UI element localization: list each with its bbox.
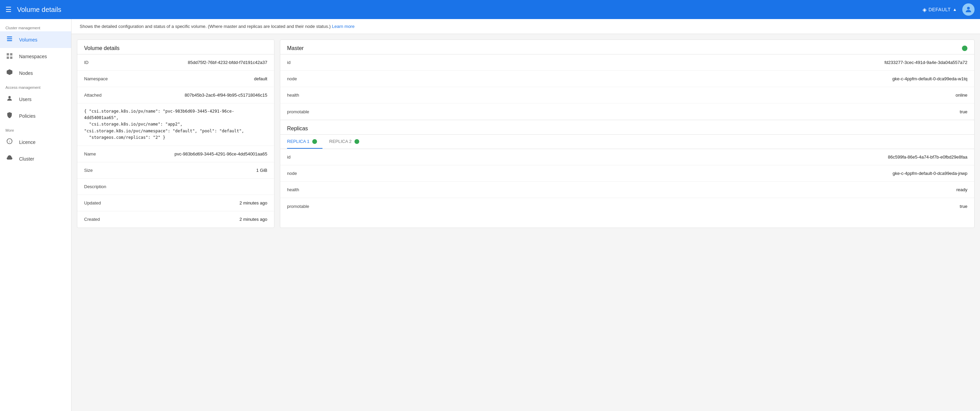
replica-id-label: id bbox=[287, 154, 335, 160]
replica-id-value: 86c599fa-86e5-4a74-bf7b-e0fbd29e8faa bbox=[335, 154, 967, 160]
sidebar-item-cluster[interactable]: Cluster bbox=[0, 151, 71, 167]
master-promotable-value: true bbox=[335, 109, 967, 114]
master-health-value: online bbox=[335, 92, 967, 98]
namespaces-icon bbox=[5, 52, 14, 60]
sidebar-item-namespaces-label: Namespaces bbox=[19, 54, 47, 59]
main-layout: Cluster management Volumes Namespaces No… bbox=[0, 19, 980, 411]
content-area: Shows the detailed configuration and sta… bbox=[72, 19, 980, 411]
sidebar-item-licence-label: Licence bbox=[19, 140, 35, 145]
volume-details-header: Volume details bbox=[77, 40, 274, 54]
master-promotable-label: promotable bbox=[287, 109, 335, 114]
env-label: DEFAULT bbox=[929, 7, 951, 12]
master-node-row: node gke-c-4ppfm-default-0-dca99eda-w1tq bbox=[280, 71, 974, 87]
users-icon bbox=[5, 95, 14, 103]
replica-health-row: health ready bbox=[280, 182, 974, 198]
environment-selector[interactable]: ◈ DEFAULT ▲ bbox=[923, 6, 957, 13]
replica-node-label: node bbox=[287, 171, 335, 176]
volume-attached-row: Attached 807b45b3-2ac6-4f94-9b95-c517180… bbox=[77, 87, 274, 103]
volume-namespace-row: Namespace default bbox=[77, 71, 274, 87]
licence-icon: i bbox=[5, 138, 14, 146]
replica-tabs: REPLICA 1 REPLICA 2 bbox=[280, 135, 974, 149]
replica-tab-1[interactable]: REPLICA 1 bbox=[287, 135, 323, 149]
volume-created-row: Created 2 minutes ago bbox=[77, 211, 274, 228]
sidebar: Cluster management Volumes Namespaces No… bbox=[0, 19, 72, 411]
replicas-title: Replicas bbox=[287, 125, 308, 131]
svg-marker-4 bbox=[7, 70, 13, 75]
volume-json-content: { "csi.storage.k8s.io/pv/name": "pvc-983… bbox=[84, 108, 267, 141]
replica-node-value: gke-c-4ppfm-default-0-dca99eda-jnwp bbox=[335, 171, 967, 176]
replica-node-row: node gke-c-4ppfm-default-0-dca99eda-jnwp bbox=[280, 165, 974, 182]
sidebar-item-nodes-label: Nodes bbox=[19, 70, 33, 76]
svg-rect-1 bbox=[7, 36, 12, 37]
replicas-section: Replicas REPLICA 1 REPLICA 2 id bbox=[280, 120, 974, 214]
cluster-management-label: Cluster management bbox=[0, 22, 71, 31]
replica-promotable-label: promotable bbox=[287, 204, 335, 209]
sidebar-item-nodes[interactable]: Nodes bbox=[0, 65, 71, 81]
access-management-label: Access management bbox=[0, 81, 71, 91]
avatar[interactable] bbox=[962, 3, 975, 16]
volume-updated-value: 2 minutes ago bbox=[132, 200, 267, 205]
master-node-value: gke-c-4ppfm-default-0-dca99eda-w1tq bbox=[335, 76, 967, 81]
master-title: Master bbox=[287, 45, 304, 51]
svg-text:i: i bbox=[9, 140, 10, 143]
master-header: Master bbox=[280, 40, 974, 54]
volume-id-value: 85dd75f2-76bf-4232-bfdd-f7d191c42a37 bbox=[132, 60, 267, 65]
env-diamond-icon: ◈ bbox=[923, 6, 926, 13]
chevron-up-icon: ▲ bbox=[953, 7, 957, 12]
replicas-header: Replicas bbox=[280, 120, 974, 135]
volume-description-label: Description bbox=[84, 184, 132, 189]
volume-attached-label: Attached bbox=[84, 92, 132, 98]
master-promotable-row: promotable true bbox=[280, 103, 974, 120]
volume-size-label: Size bbox=[84, 168, 132, 173]
volume-json-row: { "csi.storage.k8s.io/pv/name": "pvc-983… bbox=[77, 103, 274, 146]
volume-created-value: 2 minutes ago bbox=[132, 217, 267, 222]
sidebar-item-volumes-label: Volumes bbox=[19, 37, 37, 43]
replica-tab-2[interactable]: REPLICA 2 bbox=[329, 135, 365, 149]
page-title: Volume details bbox=[17, 6, 917, 14]
volume-updated-label: Updated bbox=[84, 200, 132, 205]
svg-rect-3 bbox=[7, 40, 12, 41]
master-id-row: id fd233277-3cec-491d-9a4e-3da04a557a72 bbox=[280, 54, 974, 71]
description-bar: Shows the detailed configuration and sta… bbox=[72, 19, 980, 34]
learn-more-link[interactable]: Learn more bbox=[332, 24, 355, 29]
sidebar-item-volumes[interactable]: Volumes bbox=[0, 31, 71, 48]
volume-description-row: Description bbox=[77, 179, 274, 195]
volume-created-label: Created bbox=[84, 217, 132, 222]
volume-name-row: Name pvc-983b6d69-3445-4291-96ce-4dd5400… bbox=[77, 146, 274, 162]
volume-name-label: Name bbox=[84, 151, 132, 157]
master-replicas-card: Master id fd233277-3cec-491d-9a4e-3da04a… bbox=[280, 40, 975, 228]
volume-attached-value: 807b45b3-2ac6-4f94-9b95-c51718046c15 bbox=[132, 92, 267, 98]
svg-point-6 bbox=[9, 114, 10, 115]
policies-icon bbox=[5, 112, 14, 120]
cluster-icon bbox=[5, 154, 14, 163]
svg-point-0 bbox=[967, 7, 970, 10]
master-id-value: fd233277-3cec-491d-9a4e-3da04a557a72 bbox=[335, 60, 967, 65]
volume-size-value: 1 GiB bbox=[132, 168, 267, 173]
volumes-icon bbox=[5, 35, 14, 44]
volume-details-title: Volume details bbox=[84, 45, 119, 51]
sidebar-item-cluster-label: Cluster bbox=[19, 156, 34, 162]
replica-promotable-row: promotable true bbox=[280, 198, 974, 214]
master-health-row: health online bbox=[280, 87, 974, 103]
sidebar-item-policies-label: Policies bbox=[19, 113, 35, 119]
replica-1-label: REPLICA 1 bbox=[287, 139, 310, 144]
svg-point-5 bbox=[8, 96, 11, 98]
volume-namespace-value: default bbox=[132, 76, 267, 81]
master-section: Master id fd233277-3cec-491d-9a4e-3da04a… bbox=[280, 40, 974, 120]
sidebar-item-licence[interactable]: i Licence bbox=[0, 134, 71, 151]
volume-details-card: Volume details ID 85dd75f2-76bf-4232-bfd… bbox=[77, 40, 274, 228]
replica-id-row: id 86c599fa-86e5-4a74-bf7b-e0fbd29e8faa bbox=[280, 149, 974, 165]
replica-health-value: ready bbox=[335, 187, 967, 192]
svg-rect-2 bbox=[7, 38, 12, 40]
volume-size-row: Size 1 GiB bbox=[77, 162, 274, 179]
master-health-label: health bbox=[287, 92, 335, 98]
replica-1-status-dot bbox=[312, 139, 317, 144]
topbar: ☰ Volume details ◈ DEFAULT ▲ bbox=[0, 0, 980, 19]
replica-promotable-value: true bbox=[335, 204, 967, 209]
sidebar-item-policies[interactable]: Policies bbox=[0, 108, 71, 124]
menu-icon[interactable]: ☰ bbox=[5, 5, 11, 14]
sidebar-item-namespaces[interactable]: Namespaces bbox=[0, 48, 71, 65]
sidebar-item-users[interactable]: Users bbox=[0, 91, 71, 108]
volume-id-row: ID 85dd75f2-76bf-4232-bfdd-f7d191c42a37 bbox=[77, 54, 274, 71]
volume-updated-row: Updated 2 minutes ago bbox=[77, 195, 274, 211]
